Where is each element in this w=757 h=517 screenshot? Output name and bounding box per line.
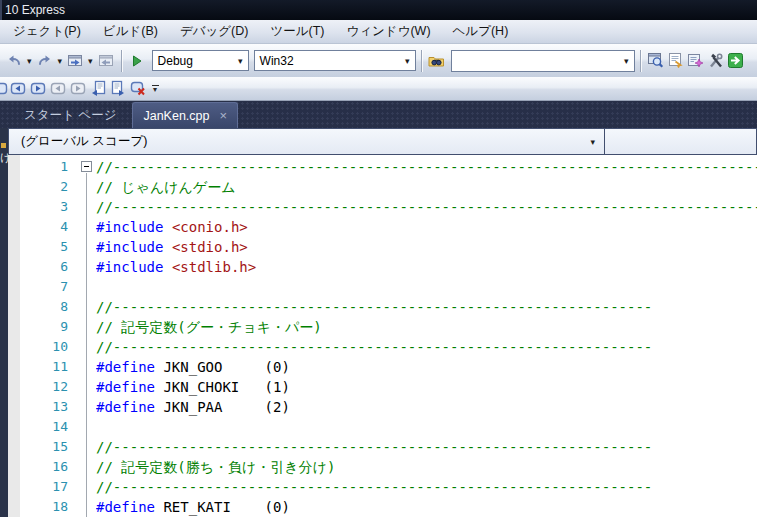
tab-close-icon[interactable]: ×: [219, 109, 227, 122]
start-debugging-icon[interactable]: [127, 51, 147, 71]
menu-item[interactable]: ウィンドウ(W): [335, 20, 441, 43]
collapsed-panel-edge[interactable]: げ: [0, 128, 8, 517]
outline-line: [86, 217, 87, 237]
clipped-edge-icon[interactable]: [0, 79, 8, 99]
combo-dropdown-arrow-icon[interactable]: [619, 56, 634, 66]
line-number: 15: [20, 437, 76, 457]
code-line[interactable]: 14: [20, 417, 757, 437]
menu-item[interactable]: ビルド(B): [92, 20, 169, 43]
code-line[interactable]: 6#include <stdlib.h>: [20, 257, 757, 277]
solution-platform-value: Win32: [260, 54, 294, 68]
code-text: //--------------------------------------…: [96, 437, 757, 457]
code-line[interactable]: 18#define RET_KATI (0): [20, 497, 757, 517]
editor-column: (グローバル スコープ) 1//------------------------…: [8, 128, 757, 517]
vs-express-window: 10 Express ジェクト(P)ビルド(B)デバッグ(D)ツール(T)ウィン…: [0, 0, 757, 517]
solution-platform-combo[interactable]: Win32: [254, 50, 416, 71]
code-line[interactable]: 9// 記号定数(グー・チョキ・パー): [20, 317, 757, 337]
outlining-margin: [76, 397, 96, 417]
code-line[interactable]: 10//------------------------------------…: [20, 337, 757, 357]
menu-item[interactable]: デバッグ(D): [169, 20, 260, 43]
code-line[interactable]: 1//-------------------------------------…: [20, 157, 757, 177]
outlining-margin: [76, 477, 96, 497]
code-text: #include <stdio.h>: [96, 237, 757, 257]
code-text: #include <stdlib.h>: [96, 257, 757, 277]
code-line[interactable]: 8//-------------------------------------…: [20, 297, 757, 317]
menu-item[interactable]: ツール(T): [259, 20, 335, 43]
navigate-window-dropdown-icon[interactable]: [85, 56, 96, 66]
code-text: [96, 417, 757, 437]
clear-bookmarks-icon[interactable]: [128, 79, 148, 99]
outlining-margin: [76, 237, 96, 257]
navigate-window-forward-icon[interactable]: [65, 51, 85, 71]
code-text: #include <conio.h>: [96, 217, 757, 237]
bookmark-back-icon[interactable]: [8, 79, 28, 99]
outline-line: [86, 477, 87, 497]
collapsed-panel-tab-glyph: げ: [0, 150, 8, 165]
solution-explorer-icon[interactable]: [646, 51, 666, 71]
redo-dropdown-icon[interactable]: [55, 56, 66, 66]
code-line[interactable]: 7: [20, 277, 757, 297]
outline-line: [86, 237, 87, 257]
code-line[interactable]: 3//-------------------------------------…: [20, 197, 757, 217]
combo-dropdown-arrow-icon[interactable]: [233, 56, 248, 66]
window-titlebar: 10 Express: [0, 0, 757, 20]
menu-item[interactable]: ヘルプ(H): [442, 20, 520, 43]
toolbar-separator: [421, 50, 422, 72]
combo-dropdown-arrow-icon[interactable]: [590, 137, 604, 147]
line-number: 8: [20, 297, 76, 317]
collapse-region-icon[interactable]: [81, 161, 92, 172]
scope-combo-value: (グローバル スコープ): [21, 133, 147, 150]
outline-line: [86, 377, 87, 397]
object-browser-icon[interactable]: [686, 51, 706, 71]
outlining-margin: [76, 317, 96, 337]
solution-configuration-combo[interactable]: Debug: [152, 50, 249, 71]
bookmark-doc-forward-icon[interactable]: [108, 79, 128, 99]
redo-icon[interactable]: [35, 51, 55, 71]
bookmark-forward-icon[interactable]: [28, 79, 48, 99]
code-line[interactable]: 5#include <stdio.h>: [20, 237, 757, 257]
code-line[interactable]: 17//------------------------------------…: [20, 477, 757, 497]
code-line[interactable]: 4#include <conio.h>: [20, 217, 757, 237]
code-line[interactable]: 15//------------------------------------…: [20, 437, 757, 457]
import-export-settings-icon[interactable]: [726, 51, 746, 71]
outline-line: [86, 197, 87, 217]
outline-line: [86, 177, 87, 197]
bookmark-folder-forward-icon[interactable]: [68, 79, 88, 99]
member-combo[interactable]: [605, 129, 756, 154]
line-number: 2: [20, 177, 76, 197]
outlining-margin[interactable]: [76, 157, 96, 177]
navigate-window-back-icon[interactable]: [96, 51, 116, 71]
bookmark-doc-back-icon[interactable]: [88, 79, 108, 99]
code-text: //--------------------------------------…: [96, 297, 757, 317]
code-line[interactable]: 13#define JKN_PAA (2): [20, 397, 757, 417]
standard-toolbar: Debug Win32: [0, 44, 757, 77]
code-line[interactable]: 12#define JKN_CHOKI (1): [20, 377, 757, 397]
tab-label: スタート ページ: [24, 107, 116, 124]
code-text: //--------------------------------------…: [96, 157, 757, 177]
document-tab[interactable]: スタート ページ: [10, 103, 130, 128]
undo-icon[interactable]: [4, 51, 24, 71]
outlining-margin: [76, 377, 96, 397]
find-combo[interactable]: [451, 50, 635, 72]
scope-combo[interactable]: (グローバル スコープ): [9, 129, 604, 154]
line-number: 17: [20, 477, 76, 497]
code-line[interactable]: 2// じゃんけんゲーム: [20, 177, 757, 197]
find-in-files-icon[interactable]: [427, 51, 447, 71]
outlining-margin: [76, 257, 96, 277]
outlining-margin: [76, 437, 96, 457]
code-editor[interactable]: 1//-------------------------------------…: [8, 155, 757, 517]
outlining-margin: [76, 197, 96, 217]
tools-icon[interactable]: [706, 51, 726, 71]
document-tab[interactable]: JanKen.cpp×: [132, 102, 238, 128]
outlining-margin: [76, 277, 96, 297]
code-line[interactable]: 16// 記号定数(勝ち・負け・引き分け): [20, 457, 757, 477]
undo-dropdown-icon[interactable]: [24, 56, 35, 66]
toolbar-overflow-icon[interactable]: [148, 79, 162, 99]
menu-item[interactable]: ジェクト(P): [2, 20, 92, 43]
code-text: #define JKN_PAA (2): [96, 397, 757, 417]
combo-dropdown-arrow-icon[interactable]: [400, 56, 415, 66]
bookmark-folder-back-icon[interactable]: [48, 79, 68, 99]
line-number: 13: [20, 397, 76, 417]
properties-window-icon[interactable]: [666, 51, 686, 71]
code-line[interactable]: 11#define JKN_GOO (0): [20, 357, 757, 377]
